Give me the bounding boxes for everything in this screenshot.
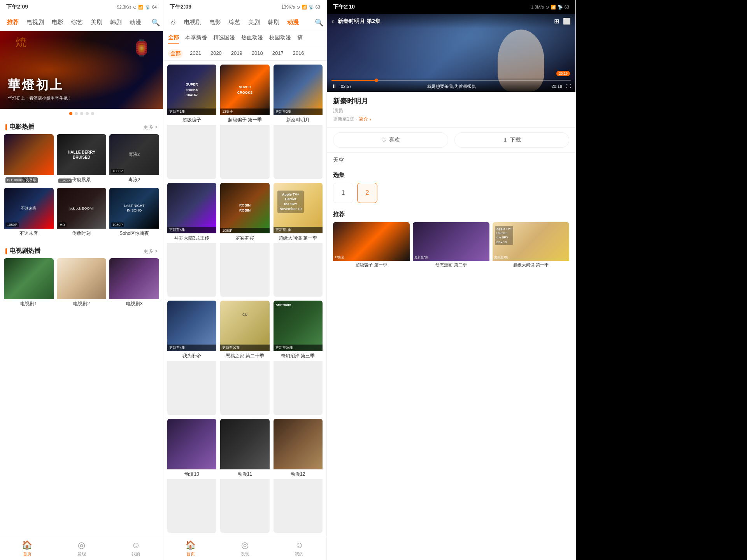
- anime-card-supercrooks1[interactable]: SUPERcrooKS184167 更新至1集 超级骗子: [167, 65, 216, 179]
- nav2-recommend[interactable]: 荐: [167, 19, 180, 26]
- rec-card-3[interactable]: Apple TV+Harrietthe SPYNov 19 更新至1集 超级大间…: [493, 222, 569, 269]
- movie-card-unexpected[interactable]: 不速来客 1080P 不速来客: [4, 188, 54, 238]
- signal-icon-1: 📶: [138, 5, 144, 10]
- movie-name-5: 倒数时刻: [57, 229, 107, 238]
- filter-new[interactable]: 本季新番: [185, 34, 207, 44]
- time-1: 下午2:09: [6, 4, 28, 10]
- nav-item-kr-drama[interactable]: 韩剧: [106, 19, 126, 26]
- nav-item-us-drama[interactable]: 美剧: [87, 19, 106, 26]
- nav2-kr-drama[interactable]: 韩剧: [264, 19, 283, 26]
- download-button[interactable]: ⬇ 下载: [454, 132, 570, 148]
- rec-thumb-2: 更新至5集: [413, 222, 489, 261]
- anime-card-xinqin[interactable]: 更新至2集 新秦时明月: [274, 65, 323, 179]
- search-icon-2[interactable]: 🔍: [315, 18, 323, 27]
- anime-card-harriet[interactable]: Apple TV+Harrietthe SPYNovember 19 更新至1集…: [274, 183, 323, 297]
- nav-item-movie[interactable]: 电影: [48, 19, 67, 26]
- search-icon-1[interactable]: 🔍: [151, 18, 160, 27]
- year-2021[interactable]: 2021: [188, 49, 203, 58]
- video-player[interactable]: ‹ 新秦时明月 第2集 ⊞ ⬜ ⏸ 02:57 就是想要杀我,为首领报仇 20:…: [327, 14, 575, 92]
- bottom-nav-mine-1[interactable]: ☺ 我的: [109, 540, 163, 557]
- year-2017[interactable]: 2017: [270, 49, 286, 58]
- anime-name-2: 超级骗子 第一季: [220, 115, 269, 125]
- anime-card-12[interactable]: 动漫12: [274, 419, 323, 533]
- bottom-nav-home-1[interactable]: 🏠 首页: [0, 540, 54, 557]
- episode-btn-2[interactable]: 2: [357, 183, 377, 203]
- pause-button[interactable]: ⏸: [331, 83, 337, 89]
- nav-item-recommend[interactable]: 推荐: [3, 19, 23, 26]
- clock-icon-1: ⊙: [133, 5, 137, 10]
- anime-card-douluos3[interactable]: 更新至5集 斗罗大陆3龙王传: [167, 183, 216, 297]
- video-progress-bar[interactable]: [331, 80, 571, 81]
- hot-tv-more[interactable]: 更多 >: [143, 248, 158, 255]
- nav2-anime[interactable]: 动漫: [283, 19, 303, 26]
- intro-link[interactable]: 简介: [359, 116, 368, 122]
- video-back-button[interactable]: ‹: [331, 17, 334, 25]
- nav2-variety[interactable]: 综艺: [225, 19, 244, 26]
- anime-card-supercrooks-s1[interactable]: SUPERCROOKS 13集全 超级骗子 第一季: [220, 65, 269, 179]
- filter-action[interactable]: 热血动漫: [241, 34, 263, 44]
- year-2020[interactable]: 2020: [208, 49, 224, 58]
- episode-btn-1[interactable]: 1: [333, 183, 353, 203]
- movie-card-soho[interactable]: LAST NIGHTIN SOHO 1080P Soho区惊魂夜: [109, 188, 159, 238]
- tv-card-2[interactable]: 电视剧2: [57, 258, 107, 309]
- dot-1[interactable]: [69, 112, 72, 115]
- tv-card-3[interactable]: 电视剧3: [109, 258, 159, 309]
- nav-item-tv[interactable]: 电视剧: [23, 19, 48, 26]
- anime-thumb-9: AMPHIBIA 更新至04集: [274, 301, 323, 351]
- movie-card-spencer[interactable]: BG1080P中文字幕 斯宾塞: [4, 134, 54, 185]
- year-all[interactable]: 全部: [168, 49, 183, 58]
- anime-card-familyguy20[interactable]: CU 更新至07集 恶搞之家 第二十季: [220, 301, 269, 415]
- sc1-text: SUPERcrooKS184167: [186, 82, 198, 98]
- filter-all[interactable]: 全部: [168, 34, 179, 44]
- bottom-nav-discover-1[interactable]: ◎ 发现: [54, 540, 109, 557]
- dot-2[interactable]: [75, 112, 78, 115]
- mine-icon-1: ☺: [132, 540, 140, 550]
- hot-movies-more[interactable]: 更多 >: [143, 124, 158, 131]
- rec-card-2[interactable]: 更新至5集 动态漫画 第二季: [413, 222, 489, 269]
- anime-update-6: 更新至1集: [274, 227, 323, 233]
- dot-3[interactable]: [80, 112, 83, 115]
- amphibia-text: AMPHIBIA: [276, 303, 291, 306]
- anime-thumb-10: [167, 419, 216, 469]
- filter-tabs: 全部 本季新番 精选国漫 热血动漫 校园动漫 搞: [163, 31, 326, 47]
- filter-cn[interactable]: 精选国漫: [213, 34, 235, 44]
- soho-text: LAST NIGHTIN SOHO: [124, 204, 145, 213]
- nav-item-variety[interactable]: 综艺: [67, 19, 87, 26]
- like-button[interactable]: ♡ 喜欢: [333, 132, 448, 148]
- nav2-movie[interactable]: 电影: [205, 19, 225, 26]
- clock-icon-2: ⊙: [296, 5, 300, 10]
- dot-4[interactable]: [86, 112, 89, 115]
- episode-grid: 1 2: [333, 183, 569, 203]
- nav2-us-drama[interactable]: 美剧: [244, 19, 264, 26]
- screen-record-icon[interactable]: ⊞: [554, 18, 559, 25]
- dot-5[interactable]: [91, 112, 94, 115]
- movie-card-bruised[interactable]: HALLE BERRYBRUISED 1080P 伤痕累累: [57, 134, 107, 185]
- year-2016[interactable]: 2016: [291, 49, 307, 58]
- bottom-nav-home-2[interactable]: 🏠 首页: [163, 540, 218, 557]
- hero-banner-1[interactable]: 華燈初上 华灯初上：看酒店小姐争奇斗艳！ 🏮 焼: [0, 31, 163, 109]
- airplay-icon[interactable]: ⬜: [563, 18, 571, 25]
- anime-card-11[interactable]: 动漫11: [220, 419, 269, 533]
- filter-more[interactable]: 搞: [297, 34, 303, 44]
- rec-card-1[interactable]: 13集全 超级骗子 第一季: [333, 222, 410, 269]
- tv-card-1[interactable]: 电视剧1: [4, 258, 54, 309]
- bottom-nav-mine-2[interactable]: ☺ 我的: [272, 540, 326, 557]
- fullscreen-icon[interactable]: ⛶: [566, 84, 571, 89]
- filter-campus[interactable]: 校园动漫: [269, 34, 291, 44]
- year-2019[interactable]: 2019: [229, 49, 245, 58]
- update-separator: ·: [356, 117, 357, 122]
- bottom-nav-discover-2[interactable]: ◎ 发现: [218, 540, 272, 557]
- nav2-tv[interactable]: 电视剧: [180, 19, 205, 26]
- movie-card-countdown[interactable]: tick tick BOOM! HD 倒数时刻: [57, 188, 107, 238]
- anime-card-emperor[interactable]: 更新至4集 我为邪帝: [167, 301, 216, 415]
- movie-card-venom2[interactable]: 毒液2 1080P 毒液2: [109, 134, 159, 185]
- anime-card-10[interactable]: 动漫10: [167, 419, 216, 533]
- movie-placeholder-1: [4, 134, 54, 150]
- sc2-text: SUPERCROOKS: [237, 85, 253, 95]
- anime-card-robin[interactable]: ROBINROBIN 1080P 罗宾罗宾: [220, 183, 269, 297]
- battery-3: 63: [565, 5, 569, 9]
- year-2018[interactable]: 2018: [249, 49, 265, 58]
- nav-item-anime[interactable]: 动漫: [126, 19, 145, 26]
- anime-update-1: 更新至1集: [167, 108, 216, 115]
- anime-card-amphibia3[interactable]: AMPHIBIA 更新至04集 奇幻沼泽 第三季: [274, 301, 323, 415]
